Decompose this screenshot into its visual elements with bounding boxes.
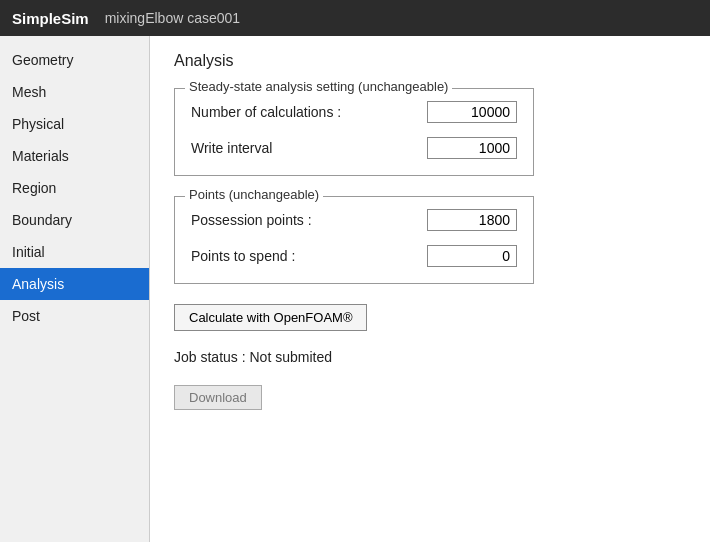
- sidebar-item-mesh[interactable]: Mesh: [0, 76, 149, 108]
- points-legend: Points (unchangeable): [185, 187, 323, 202]
- points-to-spend-input[interactable]: [427, 245, 517, 267]
- download-button[interactable]: Download: [174, 385, 262, 410]
- num-calculations-label: Number of calculations :: [191, 104, 427, 120]
- write-interval-label: Write interval: [191, 140, 427, 156]
- steady-state-legend: Steady-state analysis setting (unchangea…: [185, 79, 452, 94]
- project-name: mixingElbow case001: [105, 10, 240, 26]
- main-layout: Geometry Mesh Physical Materials Region …: [0, 36, 710, 542]
- page-title: Analysis: [174, 52, 686, 70]
- sidebar-item-region[interactable]: Region: [0, 172, 149, 204]
- job-status: Job status : Not submited: [174, 349, 686, 365]
- app-title: SimpleSim: [12, 10, 89, 27]
- sidebar: Geometry Mesh Physical Materials Region …: [0, 36, 150, 542]
- write-interval-input[interactable]: [427, 137, 517, 159]
- steady-state-box: Steady-state analysis setting (unchangea…: [174, 88, 534, 176]
- sidebar-item-boundary[interactable]: Boundary: [0, 204, 149, 236]
- sidebar-item-post[interactable]: Post: [0, 300, 149, 332]
- num-calculations-row: Number of calculations :: [191, 101, 517, 123]
- app-header: SimpleSim mixingElbow case001: [0, 0, 710, 36]
- possession-points-label: Possession points :: [191, 212, 427, 228]
- points-box: Points (unchangeable) Possession points …: [174, 196, 534, 284]
- num-calculations-input[interactable]: [427, 101, 517, 123]
- calculate-button[interactable]: Calculate with OpenFOAM®: [174, 304, 367, 331]
- possession-points-input[interactable]: [427, 209, 517, 231]
- possession-points-row: Possession points :: [191, 209, 517, 231]
- sidebar-item-physical[interactable]: Physical: [0, 108, 149, 140]
- points-to-spend-row: Points to spend :: [191, 245, 517, 267]
- write-interval-row: Write interval: [191, 137, 517, 159]
- sidebar-item-geometry[interactable]: Geometry: [0, 44, 149, 76]
- points-to-spend-label: Points to spend :: [191, 248, 427, 264]
- sidebar-item-materials[interactable]: Materials: [0, 140, 149, 172]
- main-content: Analysis Steady-state analysis setting (…: [150, 36, 710, 542]
- sidebar-item-analysis[interactable]: Analysis: [0, 268, 149, 300]
- sidebar-item-initial[interactable]: Initial: [0, 236, 149, 268]
